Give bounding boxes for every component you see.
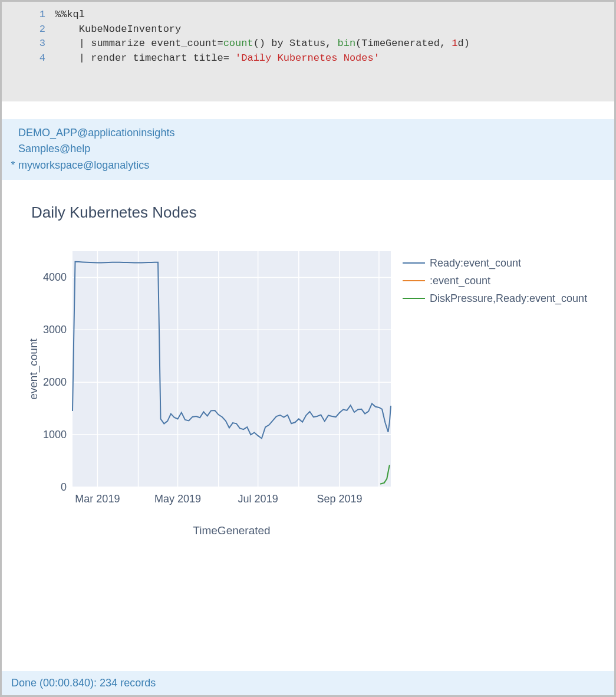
code-cell[interactable]: 1%%kql2 KubeNodeInventory3 | summarize e… xyxy=(2,2,614,101)
code-line[interactable]: 1%%kql xyxy=(2,8,614,22)
x-tick-label: May 2019 xyxy=(154,493,201,505)
code-content[interactable]: %%kql xyxy=(55,8,85,22)
y-tick-label: 4000 xyxy=(43,272,67,284)
code-line[interactable]: 4 | render timechart title= 'Daily Kuber… xyxy=(2,51,614,66)
chart-area: Daily Kubernetes Nodes event_count TimeG… xyxy=(2,180,614,622)
status-bar: Done (00:00.840): 234 records xyxy=(2,671,614,695)
output-gap xyxy=(2,101,614,119)
legend-label[interactable]: :event_count xyxy=(430,275,490,287)
datasource-row[interactable]: *myworkspace@loganalytics xyxy=(10,157,604,174)
y-axis-label: event_count xyxy=(27,338,40,400)
active-marker: * xyxy=(10,157,16,174)
code-line[interactable]: 3 | summarize event_count=count() by Sta… xyxy=(2,37,614,51)
line-number: 2 xyxy=(2,22,55,37)
datasource-link[interactable]: myworkspace@loganalytics xyxy=(18,159,149,171)
status-text: Done (00:00.840): 234 records xyxy=(11,677,156,689)
x-tick-label: Jul 2019 xyxy=(238,493,278,505)
legend-label[interactable]: Ready:event_count xyxy=(430,257,521,269)
datasource-link[interactable]: DEMO_APP@applicationinsights xyxy=(18,127,174,139)
legend[interactable]: Ready:event_count:event_countDiskPressur… xyxy=(403,257,587,305)
x-tick-label: Sep 2019 xyxy=(317,493,362,505)
code-line[interactable]: 2 KubeNodeInventory xyxy=(2,22,614,37)
x-ticks: Mar 2019May 2019Jul 2019Sep 2019 xyxy=(75,493,362,505)
plot-background xyxy=(73,251,391,487)
y-ticks: 01000200030004000 xyxy=(43,272,67,494)
datasource-link[interactable]: Samples@help xyxy=(18,143,90,154)
y-tick-label: 3000 xyxy=(43,324,67,336)
x-tick-label: Mar 2019 xyxy=(75,493,120,505)
line-number: 1 xyxy=(2,8,55,22)
datasource-row[interactable]: Samples@help xyxy=(10,141,604,157)
chart-title: Daily Kubernetes Nodes xyxy=(31,203,597,222)
legend-label[interactable]: DiskPressure,Ready:event_count xyxy=(430,292,587,305)
timechart-svg[interactable]: event_count TimeGenerated 01000200030004… xyxy=(25,234,603,587)
y-tick-label: 0 xyxy=(61,481,67,493)
datasource-row[interactable]: DEMO_APP@applicationinsights xyxy=(10,125,604,142)
datasource-panel: DEMO_APP@applicationinsights Samples@hel… xyxy=(2,119,614,180)
code-content[interactable]: | render timechart title= 'Daily Kuberne… xyxy=(55,51,380,66)
line-number: 3 xyxy=(2,37,55,51)
x-axis-label: TimeGenerated xyxy=(193,524,270,537)
code-content[interactable]: KubeNodeInventory xyxy=(55,22,181,37)
y-tick-label: 2000 xyxy=(43,376,67,388)
y-tick-label: 1000 xyxy=(43,429,67,440)
code-content[interactable]: | summarize event_count=count() by Statu… xyxy=(55,37,470,51)
line-number: 4 xyxy=(2,51,55,66)
